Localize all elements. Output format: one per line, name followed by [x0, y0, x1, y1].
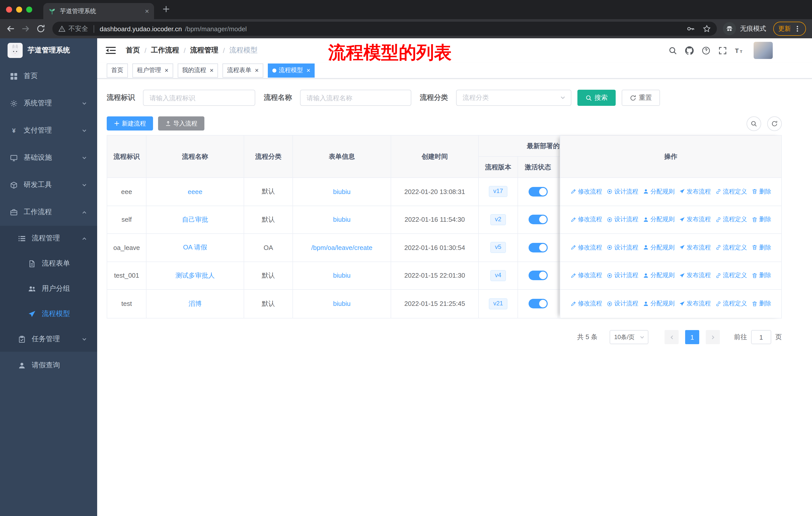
sidebar-item-system-management[interactable]: 系统管理 [0, 90, 97, 117]
delete-button[interactable]: 删除 [752, 215, 771, 224]
next-page-button[interactable] [706, 330, 720, 344]
form-info-link[interactable]: /bpm/oa/leave/create [311, 244, 373, 251]
process-definition-button[interactable]: 流程定义 [715, 215, 747, 224]
form-info-link[interactable]: biubiu [333, 188, 350, 195]
fullscreen-button[interactable] [718, 46, 727, 55]
tag-process-form[interactable]: 流程表单× [223, 63, 263, 77]
publish-process-button[interactable]: 发布流程 [679, 271, 711, 280]
zoom-window-button[interactable] [26, 6, 32, 12]
delete-button[interactable]: 删除 [752, 243, 771, 252]
password-key-icon[interactable] [687, 25, 695, 33]
close-window-button[interactable] [6, 6, 12, 12]
assign-rule-button[interactable]: 分配规则 [643, 187, 674, 196]
browser-menu-icon[interactable] [794, 25, 801, 32]
active-toggle[interactable] [528, 271, 547, 280]
process-definition-button[interactable]: 流程定义 [715, 187, 747, 196]
import-process-button[interactable]: 导入流程 [158, 116, 204, 131]
delete-button[interactable]: 删除 [752, 300, 771, 308]
active-toggle[interactable] [528, 243, 547, 252]
active-toggle[interactable] [528, 299, 547, 309]
sidebar-fold-button[interactable] [106, 46, 116, 54]
prev-page-button[interactable] [665, 330, 678, 344]
process-name-input[interactable] [300, 90, 411, 106]
design-process-button[interactable]: 设计流程 [607, 243, 638, 252]
close-icon[interactable]: × [307, 67, 310, 74]
modify-process-button[interactable]: 修改流程 [570, 271, 602, 280]
model-name-link[interactable]: 滔博 [188, 299, 202, 308]
model-name-link[interactable]: OA 请假 [183, 243, 207, 252]
modify-process-button[interactable]: 修改流程 [570, 215, 602, 224]
model-name-link[interactable]: 自己审批 [182, 215, 208, 224]
github-link[interactable] [685, 46, 694, 55]
help-button[interactable] [702, 46, 710, 55]
sidebar-item-process-management[interactable]: 流程管理 [0, 226, 97, 251]
sidebar-item-home[interactable]: 首页 [0, 62, 97, 90]
sidebar-item-dev-tools[interactable]: 研发工具 [0, 171, 97, 198]
close-icon[interactable]: × [165, 67, 168, 74]
modify-process-button[interactable]: 修改流程 [570, 300, 602, 308]
forward-button[interactable] [21, 24, 30, 33]
process-category-select[interactable]: 流程分类 [456, 90, 571, 106]
modify-process-button[interactable]: 修改流程 [570, 187, 602, 196]
browser-tab[interactable]: 芋道管理系统 × [43, 3, 154, 19]
modify-process-button[interactable]: 修改流程 [570, 243, 602, 252]
tab-close-icon[interactable]: × [145, 7, 149, 15]
form-info-link[interactable]: biubiu [333, 272, 350, 279]
sidebar-item-process-model[interactable]: 流程模型 [0, 301, 97, 327]
active-toggle[interactable] [528, 187, 547, 196]
new-tab-button[interactable] [162, 5, 171, 14]
goto-page-input[interactable] [751, 330, 771, 344]
tag-home[interactable]: 首页 [107, 63, 128, 77]
breadcrumb-item[interactable]: 首页 [126, 46, 140, 55]
font-size-button[interactable]: TT [735, 46, 744, 55]
breadcrumb-item[interactable]: 流程管理 [190, 46, 219, 55]
back-button[interactable] [6, 24, 15, 33]
sidebar-item-user-group[interactable]: 用户分组 [0, 276, 97, 301]
page-size-select[interactable]: 10条/页 [610, 330, 648, 344]
publish-process-button[interactable]: 发布流程 [679, 187, 711, 196]
tag-my-process[interactable]: 我的流程× [177, 63, 218, 77]
create-process-button[interactable]: 新建流程 [107, 116, 153, 131]
design-process-button[interactable]: 设计流程 [607, 300, 638, 308]
design-process-button[interactable]: 设计流程 [607, 271, 638, 280]
header-search-button[interactable] [669, 46, 677, 55]
close-icon[interactable]: × [255, 67, 259, 74]
process-definition-button[interactable]: 流程定义 [715, 271, 747, 280]
current-page-button[interactable]: 1 [685, 330, 699, 344]
breadcrumb-item[interactable]: 工作流程 [151, 46, 179, 55]
toggle-search-button[interactable] [747, 116, 761, 131]
delete-button[interactable]: 删除 [752, 271, 771, 280]
process-key-input[interactable] [143, 90, 255, 106]
process-definition-button[interactable]: 流程定义 [715, 243, 747, 252]
active-toggle[interactable] [528, 215, 547, 224]
search-button[interactable]: 搜索 [577, 90, 616, 106]
design-process-button[interactable]: 设计流程 [607, 215, 638, 224]
tag-process-model[interactable]: 流程模型× [268, 63, 315, 77]
design-process-button[interactable]: 设计流程 [607, 187, 638, 196]
reset-button[interactable]: 重置 [622, 90, 660, 106]
delete-button[interactable]: 删除 [752, 187, 771, 196]
assign-rule-button[interactable]: 分配规则 [643, 243, 674, 252]
update-button[interactable]: 更新 [773, 22, 806, 36]
bookmark-star-icon[interactable] [703, 25, 711, 33]
sidebar-item-leave-query[interactable]: 请假查询 [0, 352, 97, 379]
tag-tenant-management[interactable]: 租户管理× [133, 63, 173, 77]
form-info-link[interactable]: biubiu [333, 216, 350, 223]
sidebar-item-workflow[interactable]: 工作流程 [0, 198, 97, 226]
address-bar[interactable]: 不安全 dashboard.yudao.iocoder.cn/bpm/manag… [52, 22, 717, 36]
publish-process-button[interactable]: 发布流程 [679, 215, 711, 224]
process-definition-button[interactable]: 流程定义 [715, 300, 747, 308]
refresh-table-button[interactable] [767, 116, 782, 131]
assign-rule-button[interactable]: 分配规则 [643, 271, 674, 280]
close-icon[interactable]: × [210, 67, 213, 74]
publish-process-button[interactable]: 发布流程 [679, 300, 711, 308]
user-avatar[interactable] [754, 42, 773, 59]
minimize-window-button[interactable] [16, 6, 22, 12]
sidebar-item-infrastructure[interactable]: 基础设施 [0, 144, 97, 171]
sidebar-item-payment-management[interactable]: ¥支付管理 [0, 117, 97, 144]
model-name-link[interactable]: eeee [188, 188, 202, 195]
assign-rule-button[interactable]: 分配规则 [643, 300, 674, 308]
sidebar-item-process-form[interactable]: 流程表单 [0, 251, 97, 276]
sidebar-item-task-management[interactable]: 任务管理 [0, 327, 97, 352]
publish-process-button[interactable]: 发布流程 [679, 243, 711, 252]
